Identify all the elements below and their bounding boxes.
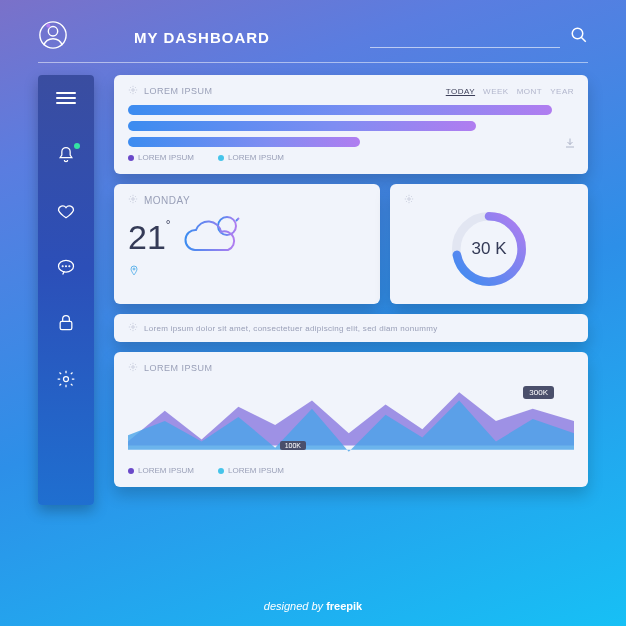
footer-prefix: designed by [264, 600, 326, 612]
chart-tooltip: 300K [523, 386, 554, 399]
sidebar-item-chat[interactable] [38, 257, 94, 281]
heart-icon [56, 201, 76, 221]
notification-dot [74, 143, 80, 149]
hamburger-menu-button[interactable] [56, 89, 76, 107]
svg-point-22 [132, 366, 135, 369]
bar-row [128, 121, 476, 131]
svg-point-2 [46, 24, 50, 28]
svg-point-21 [132, 326, 135, 329]
bell-icon [56, 145, 76, 165]
footer-credit: designed by freepik [0, 600, 626, 612]
svg-point-8 [69, 266, 70, 267]
range-tab-today[interactable]: TODAY [446, 87, 475, 96]
area-card-title: LOREM IPSUM [144, 363, 213, 373]
weather-day-label: MONDAY [144, 195, 190, 206]
sidebar-item-security[interactable] [38, 313, 94, 337]
legend-item: LOREM IPSUM [128, 466, 194, 475]
weather-card: MONDAY 21° [114, 184, 380, 304]
text-card-body: Lorem ipsum dolor sit amet, consectetuer… [144, 324, 437, 333]
card-settings-icon[interactable] [404, 194, 414, 206]
weather-icon [181, 210, 251, 264]
kpi-card: 30 K [390, 184, 588, 304]
chart-tooltip: 100K [280, 441, 306, 450]
search-input[interactable] [370, 26, 560, 48]
temp-number: 21 [128, 218, 166, 256]
chat-icon [56, 257, 76, 277]
card-settings-icon[interactable] [128, 362, 138, 374]
lock-icon [56, 313, 76, 333]
bar-legend: LOREM IPSUM LOREM IPSUM [128, 153, 574, 162]
svg-point-6 [62, 266, 63, 267]
bar-chart-card: LOREM IPSUM TODAY WEEK MONT YEAR LOREM I… [114, 75, 588, 174]
bar-row [128, 105, 552, 115]
text-card: Lorem ipsum dolor sit amet, consectetuer… [114, 314, 588, 342]
range-tab-year[interactable]: YEAR [550, 87, 574, 96]
area-legend: LOREM IPSUM LOREM IPSUM [128, 466, 574, 475]
search-icon[interactable] [570, 26, 588, 48]
location-pin-icon[interactable] [128, 264, 140, 281]
bar-card-title: LOREM IPSUM [144, 86, 213, 96]
sidebar [38, 75, 94, 505]
svg-point-11 [132, 89, 135, 92]
card-settings-icon[interactable] [128, 85, 138, 97]
card-settings-icon[interactable] [128, 194, 138, 206]
bar-chart [128, 105, 574, 147]
kpi-value: 30 K [446, 206, 532, 292]
download-icon[interactable] [564, 135, 576, 153]
area-chart-card: LOREM IPSUM 300K 100K LOREM IPSUM LOREM … [114, 352, 588, 487]
temperature-value: 21° [128, 218, 171, 257]
svg-line-15 [236, 218, 239, 221]
kpi-donut: 30 K [446, 206, 532, 292]
sidebar-item-settings[interactable] [38, 369, 94, 393]
legend-item: LOREM IPSUM [218, 153, 284, 162]
avatar-icon[interactable] [38, 20, 68, 54]
page-title: MY DASHBOARD [134, 29, 270, 46]
card-settings-icon[interactable] [128, 322, 138, 334]
svg-line-4 [581, 37, 586, 42]
range-tab-week[interactable]: WEEK [483, 87, 509, 96]
gear-icon [56, 369, 76, 389]
svg-point-18 [408, 198, 411, 201]
range-tab-month[interactable]: MONT [517, 87, 543, 96]
svg-rect-9 [60, 321, 72, 329]
legend-item: LOREM IPSUM [218, 466, 284, 475]
svg-point-12 [132, 198, 135, 201]
svg-point-10 [64, 377, 69, 382]
sidebar-item-notifications[interactable] [38, 145, 94, 169]
range-tabs: TODAY WEEK MONT YEAR [446, 87, 574, 96]
sidebar-item-favorites[interactable] [38, 201, 94, 225]
footer-brand: freepik [326, 600, 362, 612]
svg-point-3 [572, 28, 583, 39]
legend-item: LOREM IPSUM [128, 153, 194, 162]
svg-point-17 [133, 268, 135, 270]
bar-row [128, 137, 360, 147]
svg-point-7 [66, 266, 67, 267]
temp-unit: ° [166, 218, 171, 232]
area-chart: 300K 100K [128, 380, 574, 462]
svg-point-1 [48, 27, 57, 36]
